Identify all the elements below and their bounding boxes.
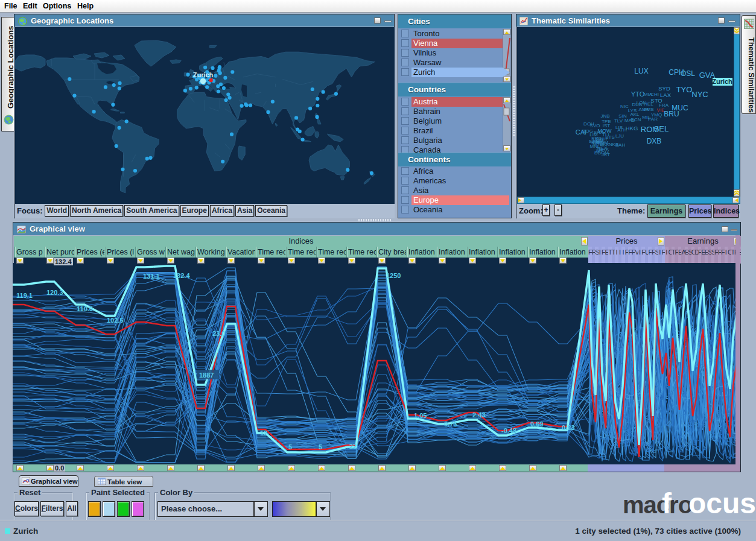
svg-text:Zurich: Zurich <box>193 71 214 78</box>
svg-text:LJU: LJU <box>615 133 624 139</box>
svg-text:TLV: TLV <box>614 118 623 124</box>
svg-text:1.05: 1.05 <box>414 412 427 419</box>
svg-text:BRU: BRU <box>664 110 679 118</box>
svg-text:110.0: 110.0 <box>77 305 93 312</box>
svg-text:TYO: TYO <box>676 85 693 94</box>
svg-text:HEL: HEL <box>644 101 653 107</box>
svg-text:0.69: 0.69 <box>530 420 543 428</box>
svg-text:131.1: 131.1 <box>143 273 160 280</box>
svg-text:NYC: NYC <box>691 90 708 99</box>
svg-text:CHI: CHI <box>650 92 659 97</box>
svg-text:23.0: 23.0 <box>212 330 225 337</box>
svg-text:0.23: 0.23 <box>562 424 574 431</box>
svg-text:132.4: 132.4 <box>173 272 190 279</box>
svg-text:SYD: SYD <box>658 85 670 92</box>
svg-text:5: 5 <box>319 443 322 451</box>
svg-text:VIE: VIE <box>657 107 665 113</box>
svg-text:0.73: 0.73 <box>444 420 457 428</box>
svg-text:DXB: DXB <box>647 137 662 145</box>
svg-text:JNB: JNB <box>600 113 609 119</box>
svg-text:1250: 1250 <box>386 272 401 279</box>
svg-text:OSL: OSL <box>681 69 695 78</box>
svg-text:HKG: HKG <box>626 125 638 131</box>
svg-text:JKT: JKT <box>602 152 610 157</box>
svg-text:AKL: AKL <box>630 112 640 117</box>
svg-text:PAR: PAR <box>648 116 658 122</box>
svg-text:2.43: 2.43 <box>472 411 485 419</box>
svg-text:Zurich: Zurich <box>712 78 732 85</box>
svg-text:ANR: ANR <box>639 107 649 112</box>
svg-text:PRG: PRG <box>591 136 602 141</box>
svg-text:102.5: 102.5 <box>107 317 124 324</box>
svg-text:5: 5 <box>288 443 292 451</box>
svg-text:22: 22 <box>349 443 357 450</box>
svg-text:BAH: BAH <box>615 142 626 148</box>
svg-text:119.1: 119.1 <box>16 292 33 299</box>
svg-text:SEL: SEL <box>654 124 669 133</box>
svg-text:12: 12 <box>260 429 267 437</box>
svg-text:LUX: LUX <box>634 67 648 75</box>
svg-text:1887: 1887 <box>199 372 214 379</box>
svg-text:-0.48: -0.48 <box>501 427 516 434</box>
svg-text:YTO: YTO <box>631 90 645 98</box>
svg-text:BCN: BCN <box>631 117 641 122</box>
svg-text:120.3: 120.3 <box>46 289 63 296</box>
